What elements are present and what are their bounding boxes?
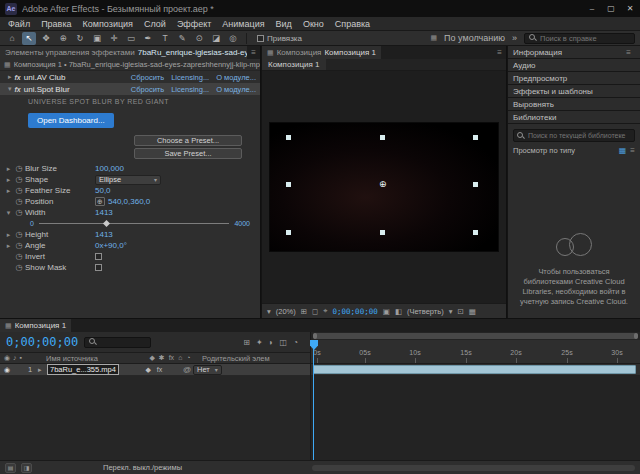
parent-column[interactable]: Родительский элем — [202, 354, 306, 363]
reset-link[interactable]: Сбросить — [131, 73, 164, 82]
layer-duration-bar[interactable] — [313, 365, 636, 374]
mask-visibility-icon[interactable]: ◻ — [312, 307, 318, 316]
puppet-tool-icon[interactable]: ◎ — [226, 32, 240, 45]
menu-item-composition[interactable]: Композиция — [83, 19, 133, 29]
viewer-timecode[interactable]: 0;00;00;00 — [333, 307, 378, 316]
menu-item-help[interactable]: Справка — [335, 19, 370, 29]
menu-item-window[interactable]: Окно — [303, 19, 324, 29]
selection-handle[interactable] — [473, 182, 478, 187]
shape-tool-icon[interactable]: ▭ — [124, 32, 138, 45]
param-value[interactable]: 0x+90,0° — [95, 241, 127, 250]
pen-tool-icon[interactable]: ✒ — [141, 32, 155, 45]
eraser-tool-icon[interactable]: ◪ — [209, 32, 223, 45]
snap-checkbox[interactable] — [257, 35, 264, 42]
timeline-navigator[interactable] — [311, 332, 640, 340]
stopwatch-icon[interactable]: ◷ — [13, 252, 25, 261]
stopwatch-icon[interactable]: ◷ — [13, 241, 25, 250]
about-link[interactable]: О модуле... — [216, 73, 256, 82]
selection-handle[interactable] — [286, 135, 291, 140]
stopwatch-icon[interactable]: ◷ — [13, 263, 25, 272]
view-by-selector[interactable]: Просмотр по типу — [513, 146, 575, 155]
slider-handle[interactable] — [103, 220, 110, 227]
tab-timeline-composition-1[interactable]: ▦ Композиция 1 — [0, 319, 71, 332]
about-link[interactable]: О модуле... — [216, 85, 256, 94]
transparency-grid-icon[interactable]: ▦ — [469, 307, 476, 316]
expand-layer-switches-icon[interactable]: ▤ — [5, 463, 16, 473]
shy-layers-icon[interactable]: ◗ — [269, 338, 274, 347]
choose-preset-button[interactable]: Choose a Preset... — [134, 135, 242, 146]
selection-handle[interactable] — [286, 230, 291, 235]
workspace-overflow-icon[interactable]: » — [512, 33, 517, 43]
selection-handle[interactable] — [380, 230, 385, 235]
toggle-switches-modes-button[interactable]: Перекл. выкл./режимы — [103, 463, 182, 472]
stopwatch-icon[interactable]: ◷ — [13, 197, 25, 206]
stopwatch-icon[interactable]: ◷ — [13, 230, 25, 239]
stopwatch-icon[interactable]: ◷ — [13, 175, 25, 184]
mini-flowchart-icon[interactable]: ⊞ — [243, 338, 250, 347]
workspace-selector[interactable]: По умолчанию — [444, 33, 505, 43]
twirl-icon[interactable]: ▾ — [4, 209, 13, 217]
save-preset-button[interactable]: Save Preset... — [134, 148, 242, 159]
library-search-input[interactable] — [528, 132, 631, 139]
playhead[interactable] — [313, 340, 314, 460]
roi-icon[interactable]: ⊡ — [457, 307, 463, 316]
twirl-icon[interactable]: ▸ — [4, 242, 13, 250]
open-dashboard-button[interactable]: Open Dashboard... — [28, 113, 114, 128]
list-view-icon[interactable]: ≡ — [630, 146, 635, 155]
layer-visibility-icon[interactable]: ◉ — [4, 366, 16, 374]
minimize-icon[interactable]: – — [587, 4, 597, 13]
draft-3d-icon[interactable]: ✦ — [256, 338, 263, 347]
brush-tool-icon[interactable]: ✎ — [175, 32, 189, 45]
shape-dropdown[interactable]: Ellipse ▾ — [95, 175, 161, 185]
menu-item-effect[interactable]: Эффект — [177, 19, 211, 29]
timeline-search-box[interactable] — [84, 337, 151, 348]
magnification-selector[interactable]: (20%) — [276, 307, 296, 316]
navigator-handle[interactable] — [313, 333, 638, 339]
panel-header-effects-presets[interactable]: Эффекты и шаблоны — [508, 85, 640, 98]
library-search-box[interactable] — [513, 129, 635, 142]
help-search-input[interactable] — [540, 34, 630, 43]
layer-quality-icon[interactable]: ◆ — [145, 366, 150, 374]
panel-header-align[interactable]: Выровнять — [508, 98, 640, 111]
motion-blur-icon[interactable]: ◔ — [293, 338, 298, 347]
clone-stamp-tool-icon[interactable]: ⊙ — [192, 32, 206, 45]
composition-viewer[interactable]: ⊕ — [262, 71, 506, 303]
expand-transfer-controls-icon[interactable]: ◨ — [21, 463, 32, 473]
menu-item-edit[interactable]: Правка — [41, 19, 71, 29]
twirl-icon[interactable]: ▾ — [4, 84, 12, 95]
param-value[interactable]: 1413 — [95, 230, 113, 239]
panel-header-audio[interactable]: Аудио — [508, 59, 640, 72]
timeline-search-input[interactable] — [100, 338, 146, 347]
param-value[interactable]: 1413 — [95, 208, 113, 217]
stopwatch-icon[interactable]: ◷ — [13, 186, 25, 195]
zoom-tool-icon[interactable]: ⊕ — [56, 32, 70, 45]
hand-tool-icon[interactable]: ✥ — [39, 32, 53, 45]
close-icon[interactable]: ✕ — [625, 4, 635, 13]
licensing-link[interactable]: Licensing... — [171, 73, 209, 82]
grid-view-icon[interactable]: ▦ — [619, 146, 627, 155]
region-of-interest-icon[interactable]: ⌖ — [323, 306, 327, 316]
stopwatch-icon[interactable]: ◷ — [13, 164, 25, 173]
effect-name[interactable]: uni.AV Club — [24, 73, 66, 82]
menu-item-file[interactable]: Файл — [8, 19, 30, 29]
effect-row-av-club[interactable]: ▸ fx uni.AV Club Сбросить Licensing... О… — [0, 71, 260, 83]
maximize-icon[interactable]: ▢ — [606, 4, 616, 13]
help-search-box[interactable] — [524, 33, 635, 44]
show-channel-icon[interactable]: ◧ — [395, 307, 402, 316]
timeline-horizontal-scrollbar[interactable] — [312, 465, 635, 471]
rotate-tool-icon[interactable]: ↻ — [73, 32, 87, 45]
param-value[interactable]: 50,0 — [95, 186, 111, 195]
camera-tool-icon[interactable]: ▣ — [90, 32, 104, 45]
invert-checkbox[interactable] — [95, 253, 102, 260]
menu-item-layer[interactable]: Слой — [144, 19, 166, 29]
snapshot-icon[interactable]: ▣ — [383, 307, 390, 316]
twirl-icon[interactable]: ▸ — [4, 187, 13, 195]
panel-menu-icon[interactable]: ≡ — [493, 46, 506, 59]
time-ruler[interactable]: 0s 05s 10s 15s 20s 25s 30s — [311, 340, 640, 364]
param-value[interactable]: 100,000 — [95, 164, 124, 173]
twirl-icon[interactable]: ▸ — [4, 176, 13, 184]
twirl-icon[interactable]: ▸ — [38, 366, 47, 374]
effect-name[interactable]: uni.Spot Blur — [24, 85, 70, 94]
resolution-selector[interactable]: (Четверть) — [407, 307, 444, 316]
viewer-tab-composition-1[interactable]: Композиция 1 — [262, 59, 326, 70]
